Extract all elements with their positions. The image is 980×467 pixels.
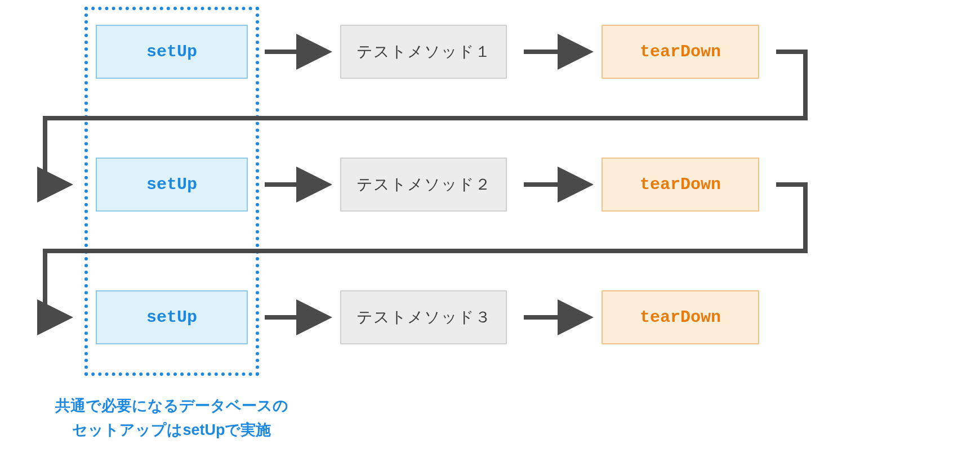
setup-box-3: setUp: [96, 290, 248, 344]
teardown-box-2: tearDown: [602, 158, 759, 212]
teardown-box-1: tearDown: [602, 25, 759, 79]
caption-line-1: 共通で必要になるデータベースの: [55, 397, 288, 414]
teardown-box-3: tearDown: [602, 290, 759, 344]
test-method-box-3: テストメソッド３: [340, 290, 507, 344]
test-method-box-2: テストメソッド２: [340, 158, 507, 212]
test-method-box-1: テストメソッド１: [340, 25, 507, 79]
caption-line-2: セットアップはsetUpで実施: [72, 421, 271, 438]
setup-group-caption: 共通で必要になるデータベースの セットアップはsetUpで実施: [48, 394, 296, 442]
setup-box-1: setUp: [96, 25, 248, 79]
setup-box-2: setUp: [96, 158, 248, 212]
